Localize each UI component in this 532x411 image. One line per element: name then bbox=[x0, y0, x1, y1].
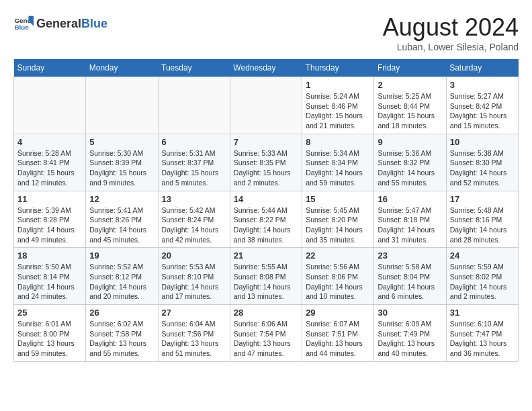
calendar-cell: 4Sunrise: 5:28 AMSunset: 8:41 PMDaylight… bbox=[14, 134, 86, 191]
day-info: Sunrise: 5:34 AMSunset: 8:34 PMDaylight:… bbox=[306, 148, 370, 188]
calendar-cell: 17Sunrise: 5:48 AMSunset: 8:16 PMDayligh… bbox=[446, 191, 518, 248]
day-info: Sunrise: 6:04 AMSunset: 7:56 PMDaylight:… bbox=[162, 319, 226, 359]
day-number: 18 bbox=[17, 250, 82, 261]
calendar-cell: 23Sunrise: 5:58 AMSunset: 8:04 PMDayligh… bbox=[374, 248, 446, 305]
day-number: 15 bbox=[306, 194, 370, 204]
day-number: 29 bbox=[306, 308, 370, 318]
day-info: Sunrise: 5:59 AMSunset: 8:02 PMDaylight:… bbox=[450, 262, 515, 302]
calendar-cell: 5Sunrise: 5:30 AMSunset: 8:39 PMDaylight… bbox=[86, 134, 158, 191]
page-title: August 2024 bbox=[383, 13, 519, 42]
day-info: Sunrise: 5:48 AMSunset: 8:16 PMDaylight:… bbox=[450, 205, 515, 245]
calendar-cell: 14Sunrise: 5:44 AMSunset: 8:22 PMDayligh… bbox=[230, 191, 302, 248]
calendar-cell: 31Sunrise: 6:10 AMSunset: 7:47 PMDayligh… bbox=[446, 305, 518, 362]
calendar-cell: 28Sunrise: 6:06 AMSunset: 7:54 PMDayligh… bbox=[230, 305, 302, 362]
day-number: 21 bbox=[234, 250, 298, 261]
calendar-cell: 12Sunrise: 5:41 AMSunset: 8:26 PMDayligh… bbox=[86, 191, 158, 248]
calendar-cell: 6Sunrise: 5:31 AMSunset: 8:37 PMDaylight… bbox=[158, 134, 230, 191]
weekday-header-monday: Monday bbox=[86, 59, 158, 77]
day-number: 9 bbox=[378, 137, 442, 147]
day-info: Sunrise: 5:58 AMSunset: 8:04 PMDaylight:… bbox=[378, 262, 442, 302]
page-header: General Blue General Blue August 2024 Lu… bbox=[13, 13, 519, 52]
day-info: Sunrise: 5:44 AMSunset: 8:22 PMDaylight:… bbox=[234, 205, 298, 245]
calendar-cell: 22Sunrise: 5:56 AMSunset: 8:06 PMDayligh… bbox=[302, 248, 374, 305]
day-number: 23 bbox=[378, 250, 442, 261]
calendar-body: 1Sunrise: 5:24 AMSunset: 8:46 PMDaylight… bbox=[14, 77, 519, 362]
calendar-cell: 21Sunrise: 5:55 AMSunset: 8:08 PMDayligh… bbox=[230, 248, 302, 305]
day-info: Sunrise: 5:52 AMSunset: 8:12 PMDaylight:… bbox=[89, 262, 154, 302]
day-number: 5 bbox=[89, 137, 154, 147]
day-info: Sunrise: 5:42 AMSunset: 8:24 PMDaylight:… bbox=[162, 205, 226, 245]
day-number: 28 bbox=[234, 308, 298, 318]
day-number: 16 bbox=[378, 194, 442, 204]
day-info: Sunrise: 5:41 AMSunset: 8:26 PMDaylight:… bbox=[89, 205, 154, 245]
day-info: Sunrise: 6:06 AMSunset: 7:54 PMDaylight:… bbox=[234, 319, 298, 359]
day-info: Sunrise: 6:07 AMSunset: 7:51 PMDaylight:… bbox=[306, 319, 370, 359]
calendar-table: SundayMondayTuesdayWednesdayThursdayFrid… bbox=[13, 59, 519, 362]
day-info: Sunrise: 5:31 AMSunset: 8:37 PMDaylight:… bbox=[162, 148, 226, 188]
calendar-cell bbox=[86, 77, 158, 134]
svg-text:Blue: Blue bbox=[15, 24, 30, 31]
day-number: 2 bbox=[378, 80, 442, 90]
calendar-cell: 25Sunrise: 6:01 AMSunset: 8:00 PMDayligh… bbox=[14, 305, 86, 362]
calendar-cell: 10Sunrise: 5:38 AMSunset: 8:30 PMDayligh… bbox=[446, 134, 518, 191]
weekday-header-saturday: Saturday bbox=[446, 59, 518, 77]
calendar-cell: 16Sunrise: 5:47 AMSunset: 8:18 PMDayligh… bbox=[374, 191, 446, 248]
calendar-week-row: 4Sunrise: 5:28 AMSunset: 8:41 PMDaylight… bbox=[14, 134, 519, 191]
day-number: 26 bbox=[89, 308, 154, 318]
day-number: 11 bbox=[17, 194, 82, 204]
calendar-week-row: 11Sunrise: 5:39 AMSunset: 8:28 PMDayligh… bbox=[14, 191, 519, 248]
day-number: 19 bbox=[89, 250, 154, 261]
day-number: 25 bbox=[17, 308, 82, 318]
day-number: 1 bbox=[306, 80, 370, 90]
weekday-header-row: SundayMondayTuesdayWednesdayThursdayFrid… bbox=[14, 59, 519, 77]
svg-marker-2 bbox=[29, 16, 34, 26]
calendar-week-row: 18Sunrise: 5:50 AMSunset: 8:14 PMDayligh… bbox=[14, 248, 519, 305]
weekday-header-thursday: Thursday bbox=[302, 59, 374, 77]
day-info: Sunrise: 6:09 AMSunset: 7:49 PMDaylight:… bbox=[378, 319, 442, 359]
weekday-header-tuesday: Tuesday bbox=[158, 59, 230, 77]
calendar-cell: 11Sunrise: 5:39 AMSunset: 8:28 PMDayligh… bbox=[14, 191, 86, 248]
calendar-cell: 8Sunrise: 5:34 AMSunset: 8:34 PMDaylight… bbox=[302, 134, 374, 191]
day-number: 7 bbox=[234, 137, 298, 147]
calendar-cell: 9Sunrise: 5:36 AMSunset: 8:32 PMDaylight… bbox=[374, 134, 446, 191]
day-number: 31 bbox=[450, 308, 515, 318]
page-subtitle: Luban, Lower Silesia, Poland bbox=[383, 42, 519, 52]
day-number: 27 bbox=[162, 308, 226, 318]
day-number: 10 bbox=[450, 137, 515, 147]
logo: General Blue General Blue bbox=[13, 13, 107, 34]
day-info: Sunrise: 5:45 AMSunset: 8:20 PMDaylight:… bbox=[306, 205, 370, 245]
calendar-cell: 30Sunrise: 6:09 AMSunset: 7:49 PMDayligh… bbox=[374, 305, 446, 362]
calendar-cell: 29Sunrise: 6:07 AMSunset: 7:51 PMDayligh… bbox=[302, 305, 374, 362]
calendar-cell: 7Sunrise: 5:33 AMSunset: 8:35 PMDaylight… bbox=[230, 134, 302, 191]
day-number: 17 bbox=[450, 194, 515, 204]
logo-general-text: General bbox=[36, 17, 81, 31]
day-info: Sunrise: 5:25 AMSunset: 8:44 PMDaylight:… bbox=[378, 91, 442, 131]
calendar-cell: 1Sunrise: 5:24 AMSunset: 8:46 PMDaylight… bbox=[302, 77, 374, 134]
day-number: 13 bbox=[162, 194, 226, 204]
calendar-cell: 27Sunrise: 6:04 AMSunset: 7:56 PMDayligh… bbox=[158, 305, 230, 362]
calendar-cell: 15Sunrise: 5:45 AMSunset: 8:20 PMDayligh… bbox=[302, 191, 374, 248]
day-info: Sunrise: 6:01 AMSunset: 8:00 PMDaylight:… bbox=[17, 319, 82, 359]
day-info: Sunrise: 5:50 AMSunset: 8:14 PMDaylight:… bbox=[17, 262, 82, 302]
logo-blue-text: Blue bbox=[81, 17, 107, 31]
calendar-cell bbox=[14, 77, 86, 134]
day-info: Sunrise: 6:10 AMSunset: 7:47 PMDaylight:… bbox=[450, 319, 515, 359]
weekday-header-wednesday: Wednesday bbox=[230, 59, 302, 77]
calendar-cell: 2Sunrise: 5:25 AMSunset: 8:44 PMDaylight… bbox=[374, 77, 446, 134]
day-number: 20 bbox=[162, 250, 226, 261]
day-info: Sunrise: 5:55 AMSunset: 8:08 PMDaylight:… bbox=[234, 262, 298, 302]
day-number: 14 bbox=[234, 194, 298, 204]
day-info: Sunrise: 5:24 AMSunset: 8:46 PMDaylight:… bbox=[306, 91, 370, 131]
day-info: Sunrise: 5:38 AMSunset: 8:30 PMDaylight:… bbox=[450, 148, 515, 188]
day-info: Sunrise: 5:27 AMSunset: 8:42 PMDaylight:… bbox=[450, 91, 515, 131]
calendar-cell bbox=[230, 77, 302, 134]
day-info: Sunrise: 5:33 AMSunset: 8:35 PMDaylight:… bbox=[234, 148, 298, 188]
day-info: Sunrise: 5:53 AMSunset: 8:10 PMDaylight:… bbox=[162, 262, 226, 302]
calendar-cell: 24Sunrise: 5:59 AMSunset: 8:02 PMDayligh… bbox=[446, 248, 518, 305]
calendar-cell: 3Sunrise: 5:27 AMSunset: 8:42 PMDaylight… bbox=[446, 77, 518, 134]
logo-icon: General Blue bbox=[13, 13, 34, 34]
day-number: 12 bbox=[89, 194, 154, 204]
day-number: 22 bbox=[306, 250, 370, 261]
day-number: 3 bbox=[450, 80, 515, 90]
day-number: 4 bbox=[17, 137, 82, 147]
